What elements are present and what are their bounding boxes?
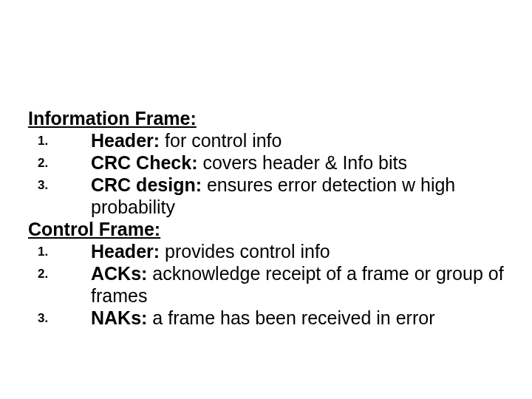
- item-text: Header: for control info: [91, 129, 510, 151]
- item-number: 2.: [28, 151, 91, 174]
- list-item: 3. CRC design: ensures error detection w…: [28, 174, 510, 218]
- list-item: 2. CRC Check: covers header & Info bits: [28, 151, 510, 174]
- item-number: 3.: [28, 307, 91, 329]
- list-item: 1. Header: provides control info: [28, 240, 510, 262]
- list-item: 2. ACKs: acknowledge receipt of a frame …: [28, 262, 510, 307]
- item-text: NAKs: a frame has been received in error: [91, 307, 510, 329]
- item-number: 1.: [28, 129, 91, 151]
- item-text: CRC Check: covers header & Info bits: [91, 151, 510, 174]
- section1-heading: Information Frame:: [28, 107, 510, 129]
- item-text: ACKs: acknowledge receipt of a frame or …: [91, 262, 510, 307]
- section1-list: 1. Header: for control info 2. CRC Check…: [28, 129, 510, 218]
- list-item: 3. NAKs: a frame has been received in er…: [28, 307, 510, 329]
- section2-heading: Control Frame:: [28, 218, 510, 240]
- item-number: 1.: [28, 240, 91, 262]
- slide-content: Information Frame: 1. Header: for contro…: [28, 107, 510, 329]
- list-item: 1. Header: for control info: [28, 129, 510, 151]
- section2-list: 1. Header: provides control info 2. ACKs…: [28, 240, 510, 329]
- item-number: 2.: [28, 262, 91, 307]
- item-number: 3.: [28, 174, 91, 218]
- item-text: CRC design: ensures error detection w hi…: [91, 174, 510, 218]
- item-text: Header: provides control info: [91, 240, 510, 262]
